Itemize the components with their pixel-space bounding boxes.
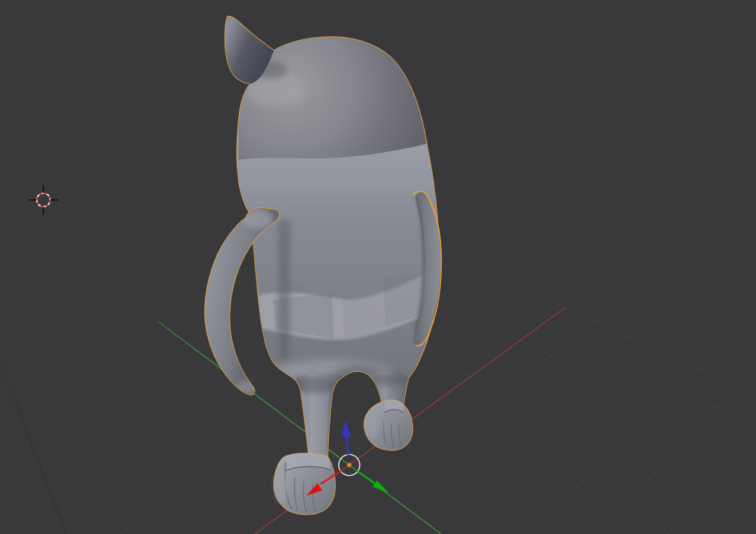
left-flank-shadow bbox=[278, 220, 290, 360]
right-thigh-shadow bbox=[372, 373, 407, 386]
dither-patch-center bbox=[342, 295, 384, 339]
3d-viewport[interactable] bbox=[0, 0, 756, 534]
left-boot[interactable] bbox=[274, 454, 335, 515]
right-boot-heel-light bbox=[367, 415, 377, 438]
left-boot-heel-light bbox=[276, 471, 287, 502]
viewport-canvas bbox=[0, 0, 756, 534]
object-origin-dot[interactable] bbox=[347, 462, 352, 468]
